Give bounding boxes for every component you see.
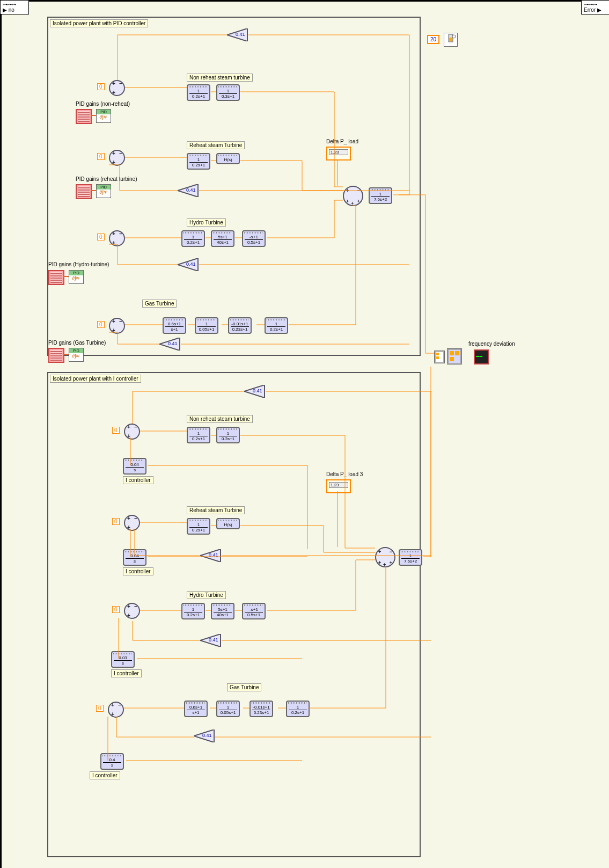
i-rh-label: Reheat steam Turbine [187,506,245,514]
i-rh-itf: 0.04s [123,549,146,566]
zero-const-6: 0 [112,518,120,525]
i-hy-tf3: -s+10.5s+1 [242,603,266,619]
i-nr-sum: +−+ [124,424,140,440]
pid-nr-label: Non reheat steam turbine [187,74,253,82]
i-nr-label: Non reheat steam turbine [187,415,253,423]
i-rh-ctrl-label: I controller [123,567,153,575]
i-gas-gain-value: 0.41 [202,733,212,738]
pid-hy-gains-label: PID gains (Hydro-turbine) [48,261,109,267]
i-load-label: Delta P_ load 3 [326,471,363,477]
bundle-icon [434,351,445,363]
error-terminal-label: Error [584,7,596,13]
pid-gas-tf4: 10.2s+1 [265,317,288,334]
i-nr-tf1: 10.2s+1 [187,427,210,443]
pid-hy-tf2: 5s+140s+1 [211,230,234,247]
block-diagram-canvas[interactable]: ⊶⊶⊶ ▶ no ⊶⊶⊶ Error ▶ 20 frequency deviat… [0,0,609,868]
input-terminal: ⊶⊶⊶ ▶ no [0,0,29,14]
pid-nr-sum: +−+ [109,80,125,96]
pid-vi-icon: PID∂∫≋ [96,109,111,123]
error-terminal: ⊶⊶⊶ Error ▶ [581,0,609,14]
pid-hy-label: Hydro Turbine [187,218,226,227]
timer-constant[interactable]: 20 [427,35,439,44]
i-nr-gain-value: 0.41 [253,388,262,393]
i-hy-ctrl-label: I controller [111,669,142,677]
pid-load-label: Delta P_ load [326,138,358,144]
pid-nr-tf2: 10.3s+1 [216,84,240,101]
i-nr-ctrl-label: I controller [123,476,153,484]
zero-const-7: 0 [112,606,120,613]
pid-hy-tf3: -s+10.5s+1 [242,230,266,247]
i-nr-tf2: 10.3s+1 [216,427,240,443]
svg-rect-9 [450,357,454,361]
pid-rh-tf1: 10.2s+1 [187,153,210,170]
i-gas-label: Gas Turbine [227,683,261,691]
pid-nr-gains-label: PID gains (non-reheat) [76,101,130,107]
i-frame-title: Isolated power plant with I controller [50,375,141,383]
i-hy-gain-value: 0.41 [209,637,218,643]
i-gas-sum: +−+ [108,702,124,718]
pid-hy-tf1: 10.2s+1 [181,230,205,247]
pid-rh-tf2: H(s) [216,153,240,164]
svg-rect-1 [449,38,452,41]
pid-plant-tf: 17.6s+2 [369,187,392,204]
zero-const: 0 [97,83,105,90]
pid-gas-sum: +−+ [109,318,125,334]
pid-gas-gains-label: PID gains (Gas Turbine) [48,340,106,346]
i-rh-sum: +−+ [124,515,140,531]
i-load-control[interactable]: 1.23 [326,479,351,493]
pid-gas-tf2: 10.05s+1 [195,317,218,334]
i-nr-itf: 0.04s [123,458,146,475]
svg-rect-8 [455,351,459,355]
zero-const-8: 0 [96,705,104,712]
pid-vi-icon-4: PID∂∫≋ [69,348,84,362]
i-plant-tf: 17.6s+2 [399,549,422,566]
pid-rh-sum: +−+ [109,150,125,166]
output-label: frequency deviation [468,341,515,347]
i-hy-itf: 0.03s [111,651,135,668]
zero-const-2: 0 [97,153,105,160]
i-gas-tf4: 10.2s+1 [286,701,310,717]
pid-vi-icon-3: PID∂∫≋ [69,270,84,284]
pid-rh-gains-label: PID gains (reheat turbine) [76,176,137,182]
pid-rh-gain-value: 0.41 [186,187,196,193]
pid-hy-sum: +−+ [109,230,125,246]
svg-point-2 [452,35,456,38]
i-hy-label: Hydro Turbine [187,591,226,599]
pid-vi-icon-2: PID∂∫≋ [96,184,111,198]
pid-nr-gain-value: 0.41 [236,32,245,37]
i-rh-tf2: H(s) [216,518,240,529]
svg-rect-5 [436,356,439,359]
i-gas-ctrl-label: I controller [90,771,120,779]
input-terminal-label: no [9,7,14,13]
pid-nr-gains-cluster[interactable] [76,109,92,124]
pid-hy-gain-value: 0.41 [186,261,196,267]
pid-rh-gains-cluster[interactable] [76,184,92,199]
pid-gas-gain-value: 0.41 [168,341,178,346]
pid-gas-label: Gas Turbine [142,300,177,308]
pid-hy-gains-cluster[interactable] [48,270,64,285]
timer-icon [444,33,458,47]
zero-const-4: 0 [97,321,105,328]
pid-load-control[interactable]: 1.23 [326,147,351,161]
pid-gas-tf3: -0.01s+10.23s+1 [228,317,252,334]
pid-gas-gains-cluster[interactable] [48,348,64,363]
i-gas-tf3: -0.01s+10.23s+1 [250,701,273,717]
build-array-icon [447,348,462,364]
i-hy-tf1: 10.2s+1 [181,603,205,619]
i-hy-tf2: 5s+140s+1 [211,603,234,619]
i-main-sum: +− ++ + [375,547,395,567]
pid-frame-title: Isolated power plant with PID controller [50,19,148,27]
waveform-chart-icon[interactable] [474,349,489,364]
pid-gas-tf1: 0.6s+1s+1 [163,317,186,334]
i-gas-tf1: 0.6s+1s+1 [184,701,208,717]
i-rh-tf1: 10.2s+1 [187,518,210,535]
zero-const-5: 0 [112,427,120,434]
zero-const-3: 0 [97,234,105,240]
pid-rh-label: Reheat steam Turbine [187,141,245,149]
i-gas-itf: 0.4s [100,753,124,770]
svg-rect-7 [450,351,454,355]
pid-main-sum: +− ++ + [343,186,363,206]
i-hy-sum: +−+ [124,603,140,619]
svg-rect-4 [436,353,439,355]
pid-nr-tf1: 10.2s+1 [187,84,210,101]
